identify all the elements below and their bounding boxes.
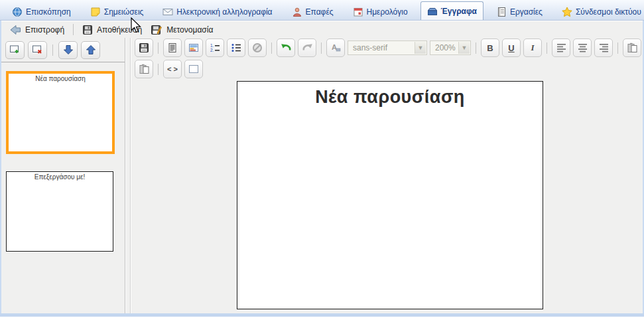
tab-email[interactable]: Ηλεκτρονική αλληλογραφία: [156, 3, 279, 20]
bold-button[interactable]: B: [481, 39, 499, 57]
tab-label: Επισκόπηση: [26, 7, 71, 17]
tab-contacts[interactable]: Επαφές: [285, 3, 340, 20]
italic-button[interactable]: I: [523, 39, 542, 57]
tab-label: Σύνδεσμοι δικτύου: [576, 7, 641, 17]
rename-button[interactable]: Μετονομασία: [149, 23, 215, 37]
numbered-list-button[interactable]: 1.2.: [206, 39, 224, 57]
undo-icon: [281, 42, 292, 53]
shape-rect-button[interactable]: [184, 60, 203, 78]
paragraph-button[interactable]: [163, 39, 182, 57]
svg-text:2.: 2.: [210, 48, 214, 52]
documents-icon: [427, 6, 438, 17]
align-center-button[interactable]: [573, 39, 592, 57]
tab-label: Έγγραφα: [441, 7, 477, 16]
rename-label: Μετονομασία: [166, 25, 213, 35]
toolbar-divider: [476, 42, 476, 54]
font-size-select[interactable]: 200% ▼: [430, 40, 471, 55]
chevron-down-icon: ▼: [415, 42, 426, 54]
save-icon: [82, 25, 93, 35]
tab-label: Ηλεκτρονική αλληλογραφία: [176, 7, 272, 17]
move-slide-up-button[interactable]: [81, 41, 100, 59]
add-slide-button[interactable]: [5, 41, 25, 59]
slide-title: Νέα παρουσίαση: [237, 87, 543, 108]
align-right-icon: [599, 43, 609, 52]
window-frame: [0, 313, 644, 317]
image-icon: [188, 42, 199, 53]
back-arrow-icon: [10, 25, 21, 35]
window-frame: [0, 21, 1, 317]
tasks-icon: [496, 7, 507, 17]
document-toolbar: Επιστροφή Αποθήκευση Μετονομασία: [1, 21, 643, 38]
toolbar-divider: [547, 42, 547, 54]
source-code-button[interactable]: < >: [163, 60, 182, 78]
save-icon: [139, 42, 149, 53]
slides-panel: Νέα παρουσίαση Επεξεργάσου με!: [1, 38, 125, 313]
svg-text:1.: 1.: [210, 43, 214, 48]
add-slide-icon: [9, 44, 21, 55]
contacts-icon: [292, 7, 302, 17]
tab-documents[interactable]: Έγγραφα: [420, 1, 483, 20]
slide-thumbnail-2[interactable]: Επεξεργάσου με!: [6, 171, 113, 252]
main-tabbar: Επισκόπηση Σημειώσεις Ηλεκτρονική αλληλο…: [0, 0, 644, 21]
star-icon: [562, 7, 572, 17]
underline-label: U: [508, 43, 514, 53]
editor-toolbar-row2: < >: [135, 60, 203, 78]
tab-label: Εργασίες: [510, 7, 543, 17]
redo-button[interactable]: [298, 39, 316, 57]
block-button[interactable]: [248, 39, 267, 57]
align-right-button[interactable]: [594, 39, 613, 57]
toolbar-divider: [617, 42, 618, 54]
font-family-select[interactable]: sans-serif ▼: [348, 40, 427, 55]
insert-image-button[interactable]: [184, 39, 203, 57]
tab-overview[interactable]: Επισκόπηση: [5, 3, 78, 20]
panel-splitter[interactable]: [126, 38, 131, 313]
tab-label: Ημερολόγιο: [367, 7, 408, 17]
tab-tasks[interactable]: Εργασίες: [489, 3, 549, 20]
slide-thumbnail-1[interactable]: Νέα παρουσίαση: [6, 71, 115, 154]
numbered-list-icon: 1.2.: [210, 42, 220, 53]
clipboard-icon: [139, 64, 150, 74]
delete-slide-button[interactable]: [28, 41, 47, 59]
align-left-button[interactable]: [552, 39, 570, 57]
font-color-button[interactable]: A: [326, 39, 345, 57]
font-family-value: sans-serif: [353, 43, 387, 52]
redo-icon: [302, 42, 313, 53]
slide-buttons-bar: [1, 38, 125, 62]
clipboard-button[interactable]: [135, 60, 153, 78]
paragraph-icon: [167, 42, 178, 53]
undo-button[interactable]: [277, 39, 295, 57]
paste-button[interactable]: [623, 39, 641, 57]
tab-network-links[interactable]: Σύνδεσμοι δικτύου: [555, 3, 644, 20]
bold-label: B: [487, 43, 493, 53]
toolbar-divider: [73, 24, 74, 35]
paste-icon: [627, 42, 638, 53]
presentation-editor-app: Επισκόπηση Σημειώσεις Ηλεκτρονική αλληλο…: [0, 0, 644, 318]
editor-toolbar-row1: 1.2. A sans-serif ▼: [135, 39, 641, 57]
move-slide-down-button[interactable]: [58, 41, 78, 59]
tab-label: Επαφές: [306, 7, 334, 17]
toolbar-divider: [158, 42, 159, 54]
rectangle-icon: [188, 64, 199, 74]
back-button[interactable]: Επιστροφή: [8, 23, 66, 37]
rename-icon: [151, 25, 162, 35]
chevron-down-icon: ▼: [458, 42, 470, 54]
tab-notes[interactable]: Σημειώσεις: [84, 3, 151, 20]
save-document-button[interactable]: Αποθήκευση: [80, 23, 144, 37]
toolbar-divider: [321, 42, 322, 54]
save-slide-button[interactable]: [135, 39, 153, 57]
source-code-label: < >: [167, 65, 178, 73]
slide-thumbnail-title: Νέα παρουσίαση: [35, 75, 85, 82]
slide-canvas[interactable]: Νέα παρουσίαση: [237, 81, 543, 309]
toolbar-divider: [271, 42, 272, 54]
underline-button[interactable]: U: [502, 39, 521, 57]
slide-thumbnail-list: Νέα παρουσίαση Επεξεργάσου με!: [1, 62, 125, 252]
save-label: Αποθήκευση: [97, 25, 142, 35]
toolbar-divider: [158, 64, 159, 75]
arrow-down-icon: [63, 44, 74, 55]
bullet-list-button[interactable]: [227, 39, 245, 57]
tab-calendar[interactable]: Ημερολόγιο: [346, 3, 415, 20]
bullet-list-icon: [231, 42, 241, 53]
toolbar-divider: [52, 44, 53, 56]
arrow-up-icon: [86, 44, 96, 55]
italic-label: I: [531, 42, 534, 53]
